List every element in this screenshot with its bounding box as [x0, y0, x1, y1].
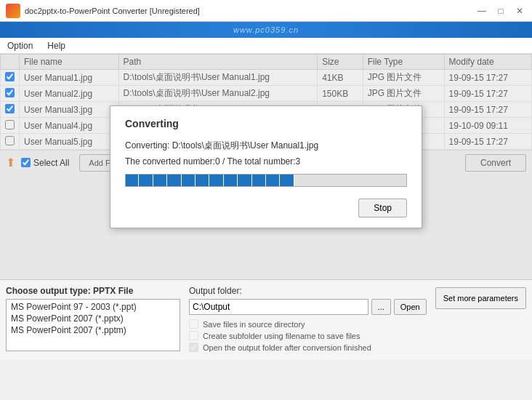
progress-segment	[238, 175, 251, 186]
option-checkbox	[189, 331, 198, 340]
checkboxes-container: Save files in source directory Create su…	[189, 319, 427, 352]
dialog-converting-text: Converting: D:\tools\桌面说明书\User Manual1.…	[125, 140, 407, 152]
option-checkbox-label: Save files in source directory	[203, 320, 305, 329]
title-text: doc2pptx-to-PowerPoint Converter [Unregi…	[25, 7, 200, 15]
output-folder-input[interactable]	[189, 299, 368, 315]
progress-segment	[267, 175, 280, 186]
bottom-panel: Choose output type: PPTX File MS PowerPo…	[0, 279, 532, 360]
minimize-button[interactable]: —	[475, 4, 488, 17]
progress-segment	[225, 175, 238, 186]
progress-segment	[154, 175, 167, 186]
option-checkbox-row: Create subfolder using filename to save …	[189, 331, 427, 340]
output-type-label: Choose output type: PPTX File	[6, 286, 180, 296]
option-checkbox-row: Save files in source directory	[189, 319, 427, 329]
output-type-value: PPTX File	[93, 286, 133, 296]
watermark-bar: www.pc0359.cn	[0, 22, 532, 38]
set-params-section: Set more parameters	[435, 286, 526, 354]
progress-segment	[196, 175, 209, 186]
progress-segment	[253, 175, 266, 186]
maximize-button[interactable]: □	[494, 4, 507, 17]
menu-bar: Option Help	[0, 38, 532, 54]
output-folder-label: Output folder:	[189, 286, 427, 296]
progress-segment	[210, 175, 223, 186]
stop-button[interactable]: Stop	[358, 199, 407, 217]
converting-dialog: Converting Converting: D:\tools\桌面说明书\Us…	[110, 105, 422, 228]
output-list-item[interactable]: MS PowerPoint 2007 (*.pptm)	[8, 324, 178, 336]
dialog-footer: Stop	[125, 199, 407, 217]
menu-help[interactable]: Help	[44, 39, 68, 52]
output-folder-section: Output folder: ... Open Save files in so…	[189, 286, 427, 354]
option-checkbox-label: Open the output folder after conversion …	[203, 343, 371, 352]
close-button[interactable]: ✕	[513, 4, 526, 17]
set-params-button[interactable]: Set more parameters	[435, 287, 526, 309]
title-bar-left: doc2pptx-to-PowerPoint Converter [Unregi…	[6, 4, 200, 18]
progress-segment	[140, 175, 153, 186]
watermark-text: www.pc0359.cn	[233, 25, 299, 34]
main-area: File name Path Size File Type Modify dat…	[0, 54, 532, 279]
output-list[interactable]: MS PowerPoint 97 - 2003 (*.ppt)MS PowerP…	[6, 299, 180, 351]
dialog-title: Converting	[125, 118, 407, 129]
browse-button[interactable]: ...	[371, 299, 391, 315]
progress-segment	[281, 175, 294, 186]
progress-segment	[126, 175, 139, 186]
option-checkbox-label: Create subfolder using filename to save …	[203, 332, 360, 340]
app-logo	[6, 4, 20, 18]
title-bar: doc2pptx-to-PowerPoint Converter [Unregi…	[0, 0, 532, 22]
output-folder-row: ... Open	[189, 299, 427, 315]
output-list-item[interactable]: MS PowerPoint 2007 (*.pptx)	[8, 313, 178, 324]
progress-segment	[182, 175, 196, 186]
dialog-progress-text: The converted number:0 / The total numbe…	[125, 156, 407, 167]
output-type-section: Choose output type: PPTX File MS PowerPo…	[6, 286, 180, 354]
progress-bar-inner	[126, 175, 294, 186]
dialog-overlay: Converting Converting: D:\tools\桌面说明书\Us…	[0, 54, 532, 279]
progress-segment	[168, 175, 181, 186]
title-controls: — □ ✕	[475, 4, 526, 17]
open-button[interactable]: Open	[394, 299, 427, 315]
progress-bar	[125, 174, 407, 187]
option-checkbox	[189, 343, 198, 352]
menu-option[interactable]: Option	[4, 39, 36, 52]
output-list-item[interactable]: MS PowerPoint 97 - 2003 (*.ppt)	[8, 301, 178, 313]
option-checkbox	[189, 319, 198, 329]
option-checkbox-row: Open the output folder after conversion …	[189, 343, 427, 352]
